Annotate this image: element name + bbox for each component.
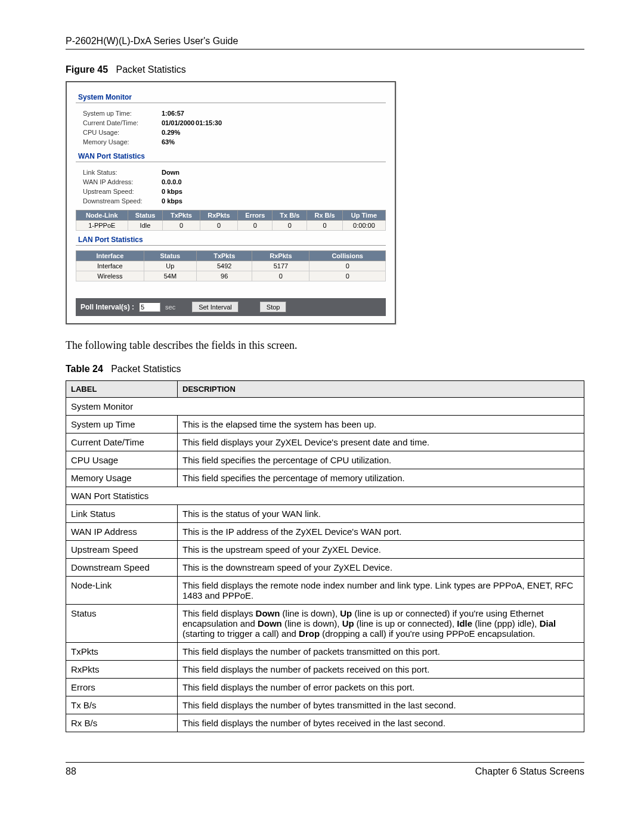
grid-cell: 0 (238, 221, 273, 231)
desc-label-cell: System Monitor (66, 398, 584, 416)
poll-bar: Poll Interval(s) : sec Set Interval Stop (76, 298, 386, 316)
grid-cell: 1-PPPoE (76, 221, 128, 231)
grid-cell: Interface (76, 261, 144, 271)
grid-cell: 54M (144, 271, 196, 281)
kv-value: 63% (162, 138, 194, 146)
desc-desc-cell: This is the upstream speed of your ZyXEL… (178, 541, 584, 559)
wan-port-kv: Link Status:DownWAN IP Address:0.0.0.0Up… (82, 167, 184, 206)
desc-label-cell: TxPkts (66, 643, 178, 661)
desc-header-desc: Description (178, 381, 584, 398)
chapter-label: Chapter 6 Status Screens (475, 766, 584, 777)
table-row: Tx B/sThis field displays the number of … (66, 696, 584, 714)
table-row: RxPktsThis field displays the number of … (66, 661, 584, 679)
grid-cell: Up (144, 261, 196, 271)
grid-cell: 0 (200, 221, 238, 231)
header-rule (66, 49, 584, 49)
grid-header: TxPkts (163, 210, 200, 221)
kv-value: 1:06:57 (162, 109, 194, 117)
grid-header: Status (144, 251, 196, 261)
kv-value: 0 kbps (162, 187, 182, 196)
desc-label-cell: Current Date/Time (66, 433, 178, 451)
table-row: WAN IP AddressThis is the IP address of … (66, 523, 584, 541)
table-row: WAN Port Statistics (66, 487, 584, 505)
kv-label: Memory Usage: (83, 138, 160, 146)
desc-label-cell: Memory Usage (66, 469, 178, 487)
desc-desc-cell: This field displays the number of bytes … (178, 714, 584, 732)
page-number: 88 (66, 766, 76, 777)
wan-port-heading: WAN Port Statistics (76, 152, 386, 160)
kv-label: Downstream Speed: (83, 197, 160, 205)
lan-port-heading: LAN Port Statistics (76, 236, 386, 244)
table-label: Table 24 (66, 364, 103, 374)
set-interval-button[interactable]: Set Interval (192, 302, 239, 312)
desc-desc-cell: This field displays the number of packet… (178, 643, 584, 661)
desc-desc-cell: This field displays your ZyXEL Device's … (178, 433, 584, 451)
grid-cell: Wireless (76, 271, 144, 281)
grid-cell: 0 (163, 221, 200, 231)
desc-label-cell: Errors (66, 679, 178, 696)
desc-desc-cell: This is the elapsed time the system has … (178, 416, 584, 433)
desc-desc-cell: This is the IP address of the ZyXEL Devi… (178, 523, 584, 541)
table-row: Memory UsageThis field specifies the per… (66, 469, 584, 487)
kv-value: 01/01/2000 (162, 119, 194, 127)
table-row: CPU UsageThis field specifies the percen… (66, 451, 584, 469)
table-caption: Table 24 Packet Statistics (66, 364, 584, 374)
desc-desc-cell: This field displays the number of bytes … (178, 696, 584, 714)
desc-desc-cell: This field specifies the percentage of C… (178, 451, 584, 469)
grid-header: Errors (238, 210, 273, 221)
grid-cell: 0:00:00 (342, 221, 385, 231)
desc-desc-cell: This field displays Down (line is down),… (178, 605, 584, 643)
desc-desc-cell: This is the downstream speed of your ZyX… (178, 559, 584, 577)
grid-cell: 0 (307, 221, 343, 231)
system-monitor-heading: System Monitor (76, 93, 386, 101)
grid-cell: 0 (309, 261, 386, 271)
desc-label-cell: System up Time (66, 416, 178, 433)
table-row: Node-LinkThis field displays the remote … (66, 577, 584, 605)
kv-extra: 01:15:30 (196, 119, 222, 127)
kv-label: WAN IP Address: (83, 178, 160, 186)
grid-header: Rx B/s (307, 210, 343, 221)
kv-label: Link Status: (83, 168, 160, 176)
packet-statistics-screenshot: System Monitor System up Time:1:06:57Cur… (66, 81, 396, 324)
grid-cell: 0 (252, 271, 309, 281)
desc-desc-cell: This field displays the number of packet… (178, 661, 584, 679)
grid-header: Status (128, 210, 163, 221)
desc-label-cell: WAN IP Address (66, 523, 178, 541)
table-row: Link StatusThis is the status of your WA… (66, 505, 584, 523)
table-row: ErrorsThis field displays the number of … (66, 679, 584, 696)
system-monitor-kv: System up Time:1:06:57Current Date/Time:… (82, 108, 223, 147)
body-text: The following table describes the fields… (66, 339, 584, 352)
desc-label-cell: Node-Link (66, 577, 178, 605)
kv-value: 0.29% (162, 128, 194, 137)
table-row: System up TimeThis is the elapsed time t… (66, 416, 584, 433)
kv-value: 0.0.0.0 (162, 178, 182, 186)
grid-header: Up Time (342, 210, 385, 221)
poll-unit: sec (165, 304, 175, 311)
grid-header: Tx B/s (273, 210, 307, 221)
desc-desc-cell: This field displays the number of error … (178, 679, 584, 696)
grid-header: Collisions (309, 251, 386, 261)
desc-desc-cell: This field specifies the percentage of m… (178, 469, 584, 487)
desc-label-cell: Upstream Speed (66, 541, 178, 559)
kv-label: Current Date/Time: (83, 119, 160, 127)
kv-label: CPU Usage: (83, 128, 160, 137)
poll-interval-input[interactable] (139, 302, 160, 312)
desc-desc-cell: This field displays the remote node inde… (178, 577, 584, 605)
desc-label-cell: Rx B/s (66, 714, 178, 732)
stop-button[interactable]: Stop (260, 302, 287, 312)
grid-header: RxPkts (252, 251, 309, 261)
table-row: Rx B/sThis field displays the number of … (66, 714, 584, 732)
kv-label: System up Time: (83, 109, 160, 117)
grid-cell: 96 (197, 271, 252, 281)
running-header: P-2602H(W)(L)-DxA Series User's Guide (66, 36, 584, 47)
table-row: Downstream SpeedThis is the downstream s… (66, 559, 584, 577)
grid-header: TxPkts (197, 251, 252, 261)
table-row: Upstream SpeedThis is the upstream speed… (66, 541, 584, 559)
desc-label-cell: Tx B/s (66, 696, 178, 714)
kv-value: 0 kbps (162, 197, 182, 205)
grid-cell: 0 (309, 271, 386, 281)
desc-label-cell: Status (66, 605, 178, 643)
wan-port-grid: Node-LinkStatusTxPktsRxPktsErrorsTx B/sR… (76, 210, 386, 231)
table-row: Current Date/TimeThis field displays you… (66, 433, 584, 451)
desc-label-cell: Link Status (66, 505, 178, 523)
